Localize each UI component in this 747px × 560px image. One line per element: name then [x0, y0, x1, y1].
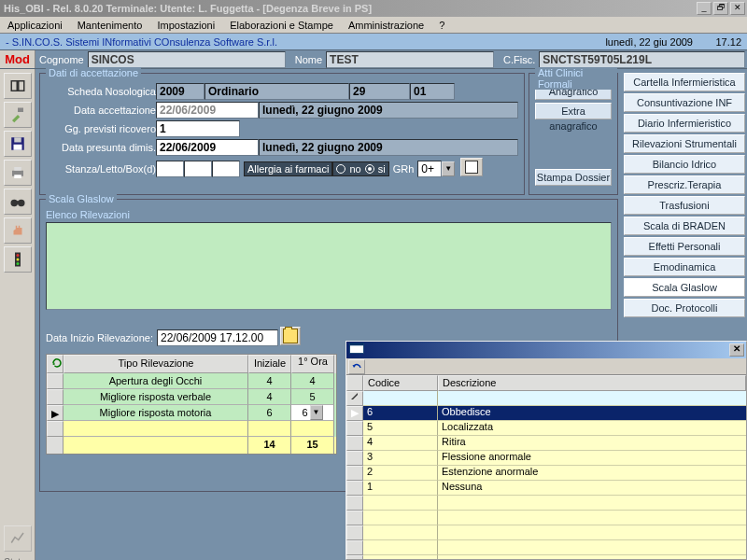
popup-title-bar: ✕	[346, 342, 746, 358]
col-tipo-header: Tipo Rilevazione	[63, 355, 248, 373]
popup-row[interactable]: 4Ritira	[346, 436, 746, 451]
data-accettazione-field: 22/06/2009	[156, 102, 259, 119]
menu-impostazioni[interactable]: Impostazioni	[149, 18, 222, 33]
info-bar: - S.IN.CO.S. Sistemi INformativi COnsule…	[0, 34, 747, 50]
binoculars-icon[interactable]	[4, 189, 32, 215]
popup-row-empty	[346, 496, 746, 511]
grh-dropdown-button[interactable]: ▼	[442, 161, 455, 176]
dati-accettazione-group: Dati di accettazione Scheda Nosologica 2…	[39, 73, 525, 195]
grh-field[interactable]: 0+	[417, 161, 442, 177]
gg-field[interactable]: 1	[156, 120, 240, 137]
scheda-label: Scheda Nosologica	[46, 86, 156, 97]
menu-amministrazione[interactable]: Amministrazione	[341, 18, 431, 33]
svg-point-12	[16, 259, 19, 261]
table-row[interactable]: Apertura degli Occhi44	[47, 373, 336, 389]
window-title: His_OBI - Rel. 8.0.20 Terminale: Utente:…	[2, 3, 695, 14]
close-button[interactable]: ✕	[730, 2, 745, 15]
reload-header-button[interactable]	[47, 355, 63, 373]
company-label: - S.IN.CO.S. Sistemi INformativi COnsule…	[6, 36, 594, 48]
popup-row[interactable]: 2Estenzione anormale	[346, 466, 746, 481]
stampa-dossier-button[interactable]: Stampa Dossier	[535, 169, 612, 186]
cell-dropdown-button[interactable]: ▼	[310, 405, 323, 420]
popup-edit-row[interactable]	[346, 391, 746, 406]
grh-label: GRh	[389, 163, 418, 175]
popup-row-empty	[346, 511, 746, 525]
popup-grid[interactable]: Codice Descrizione ▶6Obbedisce5Localizza…	[346, 375, 746, 559]
box-field[interactable]	[212, 161, 240, 177]
scala-glaslow-legend: Scala Glaslow	[46, 193, 117, 204]
svg-rect-9	[15, 201, 20, 203]
patient-row: Mod Cognome SINCOS Nome TEST C.Fisc. SNC…	[0, 50, 747, 69]
table-row[interactable]: Migliore risposta verbale45	[47, 389, 336, 405]
hammer-icon[interactable]	[4, 102, 32, 128]
document-button[interactable]	[460, 158, 483, 176]
right-button-2[interactable]: Diario Infermieristico	[624, 114, 745, 133]
allergia-no-radio[interactable]	[336, 164, 345, 174]
right-button-4[interactable]: Bilancio Idrico	[624, 155, 745, 174]
table-row[interactable]: ▶Migliore risposta motoria66▼	[47, 405, 336, 421]
right-button-9[interactable]: Emodinamica	[624, 258, 745, 276]
book-icon[interactable]	[4, 73, 32, 99]
tot-iniziale: 14	[248, 437, 291, 454]
right-button-0[interactable]: Cartella Infermieristica	[624, 73, 745, 91]
popup-row[interactable]: 3Flessione anormale	[346, 451, 746, 466]
svg-rect-2	[14, 137, 21, 142]
right-button-1[interactable]: Consuntivazione INF	[624, 93, 745, 112]
right-button-6[interactable]: Trasfusioni	[624, 196, 745, 215]
hand-icon[interactable]	[4, 217, 32, 244]
right-button-8[interactable]: Effetti Personali	[624, 237, 745, 256]
svg-rect-3	[13, 145, 21, 150]
allergia-farmaci-group: Allergia ai farmaci	[244, 161, 332, 176]
chart-icon[interactable]	[4, 525, 32, 552]
atti-clinici-group: Atti Clinici Formali Anagrafico Extra an…	[529, 73, 618, 195]
data-inizio-field[interactable]: 22/06/2009 17.12.00	[157, 329, 278, 346]
popup-row-empty	[346, 540, 746, 555]
menu-mantenimento[interactable]: Mantenimento	[70, 18, 150, 33]
svg-rect-5	[14, 167, 21, 171]
cognome-field[interactable]: SINCOS	[88, 51, 286, 68]
allergia-si-radio[interactable]	[365, 164, 374, 174]
cfisc-label: C.Fisc.	[500, 54, 539, 65]
right-button-7[interactable]: Scala di BRADEN	[624, 217, 745, 235]
nome-field[interactable]: TEST	[326, 51, 494, 68]
folder-open-icon	[283, 329, 298, 343]
time-label: 17.12	[704, 36, 741, 48]
data-accettazione-long: lunedì, 22 giugno 2009	[259, 102, 518, 119]
letto-field[interactable]	[184, 161, 212, 177]
open-folder-button[interactable]	[280, 327, 301, 345]
menu-applicazioni[interactable]: Applicazioni	[0, 18, 70, 33]
popup-close-button[interactable]: ✕	[729, 343, 744, 357]
data-dimis-label: Data presunta dimis.	[46, 142, 156, 153]
col-iniziale-header: Iniziale	[248, 355, 291, 373]
cfisc-field[interactable]: SNCTST59T05L219L	[539, 51, 745, 68]
popup-row[interactable]: ▶6Obbedisce	[346, 406, 746, 421]
right-button-5[interactable]: Prescriz.Terapia	[624, 175, 745, 194]
menu-help[interactable]: ?	[431, 18, 452, 33]
reload-icon	[51, 357, 63, 369]
popup-row[interactable]: 1Nessuna	[346, 481, 746, 496]
data-dimis-field[interactable]: 22/06/2009	[156, 139, 259, 156]
maximize-button[interactable]: 🗗	[713, 2, 728, 15]
allergia-radios: no si	[332, 161, 388, 176]
lookup-popup: ✕ Codice Descrizione ▶6Obbedisce5Localiz…	[345, 341, 747, 560]
tot-ora: 15	[291, 437, 334, 454]
scheda-n2: 01	[410, 83, 455, 100]
popup-row[interactable]: 5Localizzata	[346, 421, 746, 436]
right-button-3[interactable]: Rilevazioni Strumentali	[624, 134, 745, 153]
popup-edit-marker	[346, 391, 363, 406]
save-icon[interactable]	[4, 131, 32, 157]
elenco-rilevazioni-area[interactable]	[46, 222, 612, 310]
extra-anagrafico-button[interactable]: Extra anagrafico	[535, 103, 612, 119]
col-ora-header: 1° Ora	[291, 355, 334, 373]
right-button-10[interactable]: Scala Glaslow	[624, 278, 745, 297]
scheda-anno: 2009	[156, 83, 204, 100]
data-dimis-long: lunedì, 22 giugno 2009	[259, 139, 518, 156]
stanza-field[interactable]	[156, 161, 184, 177]
menu-elaborazioni[interactable]: Elaborazioni e Stampe	[222, 18, 341, 33]
popup-undo-button[interactable]	[348, 359, 365, 374]
print-icon[interactable]	[4, 160, 32, 186]
minimize-button[interactable]: _	[697, 2, 712, 15]
traffic-light-icon[interactable]	[4, 246, 32, 273]
data-inizio-label: Data Inizio Rilevazione:	[46, 332, 157, 343]
right-button-11[interactable]: Doc. Protocolli	[624, 299, 745, 317]
